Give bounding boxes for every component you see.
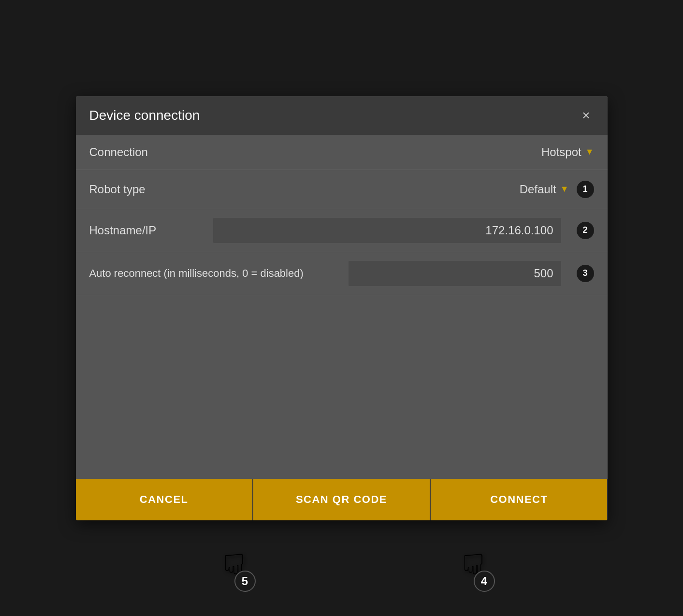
chevron-down-icon: ▼ [560, 184, 569, 194]
cursor-number-5: 5 [234, 571, 256, 592]
connection-row: Connection Hotspot ▼ [76, 135, 608, 170]
cancel-button[interactable]: CANCEL [76, 479, 253, 520]
dialog-header: Device connection × [76, 96, 608, 135]
badge-3: 3 [577, 265, 594, 282]
close-button[interactable]: × [578, 107, 594, 124]
badge-1: 1 [577, 181, 594, 198]
auto-reconnect-input[interactable] [349, 261, 561, 286]
cursors-container: ☟ 5 ☟ 4 [76, 549, 608, 588]
overlay: Device connection × Connection Hotspot ▼… [0, 0, 683, 616]
cursor-connect: ☟ 4 [462, 549, 485, 588]
hostname-label: Hostname/IP [89, 224, 205, 237]
robot-type-row: Robot type Default ▼ 1 [76, 170, 608, 209]
robot-type-value: Default [520, 183, 556, 196]
connection-dropdown[interactable]: Hotspot ▼ [541, 145, 594, 159]
robot-type-dropdown[interactable]: Default ▼ [520, 183, 569, 196]
dialog-title: Device connection [89, 108, 200, 123]
empty-area [76, 295, 608, 479]
device-connection-dialog: Device connection × Connection Hotspot ▼… [76, 96, 608, 520]
connection-value: Hotspot [541, 145, 581, 159]
cursor-number-4: 4 [474, 571, 495, 592]
dialog-wrapper: Device connection × Connection Hotspot ▼… [76, 96, 608, 520]
hostname-row: Hostname/IP 2 [76, 209, 608, 252]
badge-2: 2 [577, 222, 594, 239]
chevron-down-icon: ▼ [585, 147, 594, 157]
connection-label: Connection [89, 145, 205, 159]
dialog-footer: CANCEL SCAN QR CODE CONNECT [76, 479, 608, 520]
scan-qr-button[interactable]: SCAN QR CODE [253, 479, 431, 520]
dialog-body: Connection Hotspot ▼ Robot type Default … [76, 135, 608, 479]
auto-reconnect-row: Auto reconnect (in milliseconds, 0 = dis… [76, 252, 608, 295]
hand-cursor-5: ☟ [222, 549, 246, 588]
hand-cursor-4: ☟ [462, 549, 485, 588]
connect-button[interactable]: CONNECT [431, 479, 607, 520]
auto-reconnect-label: Auto reconnect (in milliseconds, 0 = dis… [89, 267, 304, 280]
robot-type-label: Robot type [89, 183, 205, 196]
hostname-input[interactable] [213, 218, 561, 243]
cursor-scan-qr: ☟ 5 [222, 549, 246, 588]
